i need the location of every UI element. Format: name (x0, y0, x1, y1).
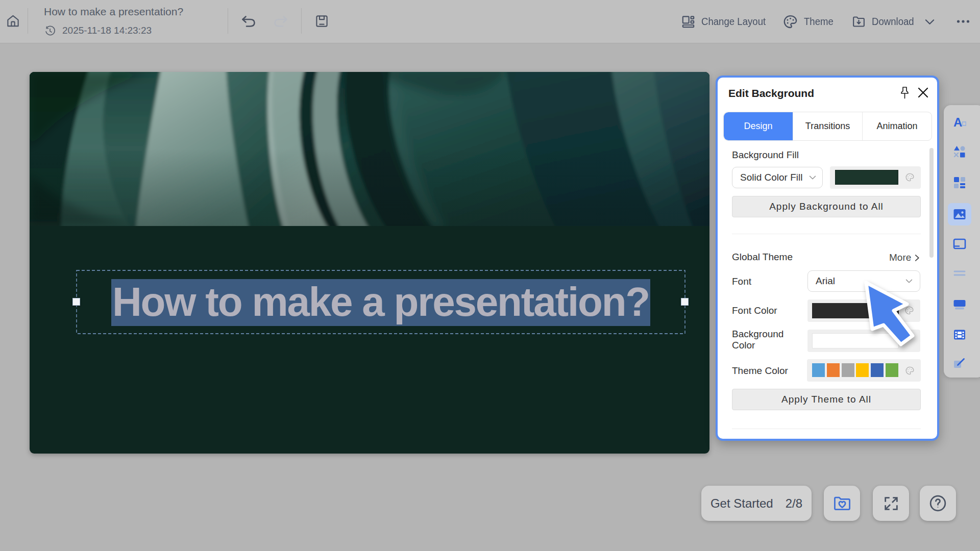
svg-text:A: A (953, 116, 962, 129)
